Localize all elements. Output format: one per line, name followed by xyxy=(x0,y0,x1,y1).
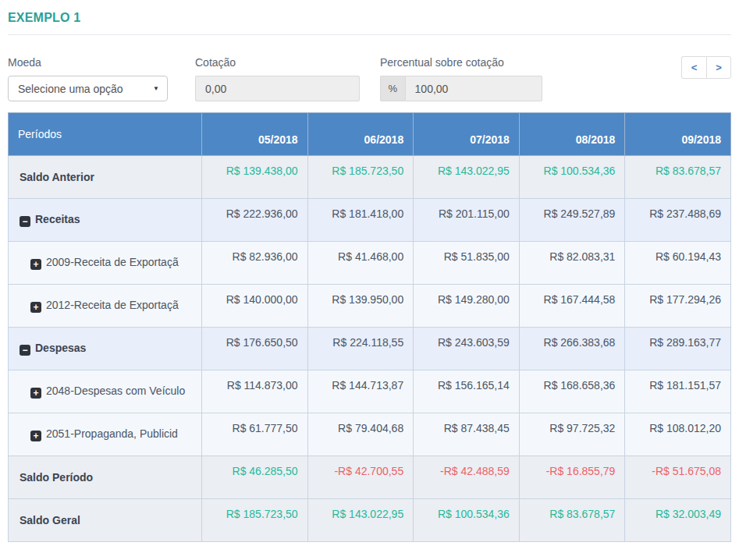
table-body: Saldo AnteriorR$ 139.438,00R$ 185.723,50… xyxy=(9,156,731,542)
value-cell: -R$ 42.700,55 xyxy=(307,456,414,499)
value-cell: R$ 224.118,55 xyxy=(307,328,414,370)
minus-square-icon[interactable]: − xyxy=(20,345,30,356)
value-cell: R$ 82.936,00 xyxy=(202,242,308,285)
row-label: 2048-Despesas com Veículo xyxy=(46,385,185,397)
value-cell: R$ 201.115,00 xyxy=(414,199,520,242)
period-column-header: 09/2018 xyxy=(625,113,731,156)
row-label: Despesas xyxy=(35,342,86,354)
value-cell: R$ 149.280,00 xyxy=(414,285,520,328)
period-column-header: 07/2018 xyxy=(414,113,520,156)
value-cell: R$ 82.083,31 xyxy=(519,242,625,285)
value-cell: R$ 222.936,00 xyxy=(202,199,308,242)
value-cell: R$ 237.488,69 xyxy=(625,199,731,242)
value-cell: R$ 176.650,50 xyxy=(202,328,308,370)
table-row-conta-2051: +2051-Propaganda, PublicidR$ 61.777,50R$… xyxy=(9,413,731,456)
chevron-down-icon: ▼ xyxy=(153,85,159,92)
value-cell: R$ 266.383,68 xyxy=(519,328,625,370)
row-label: 2012-Receita de Exportaçã xyxy=(46,299,179,311)
row-label: Saldo Geral xyxy=(20,514,80,526)
value-cell: R$ 32.003,49 xyxy=(625,499,731,542)
prev-period-button[interactable]: < xyxy=(681,56,706,79)
value-cell: R$ 156.165,14 xyxy=(414,370,520,413)
moeda-select[interactable]: Selecione uma opção ▼ xyxy=(8,76,168,101)
moeda-field-group: Moeda Selecione uma opção ▼ xyxy=(8,56,168,101)
table-row-receitas: −ReceitasR$ 222.936,00R$ 181.418,00R$ 20… xyxy=(9,199,731,242)
period-column-header: 08/2018 xyxy=(519,113,625,156)
period-pager: < > xyxy=(681,56,731,79)
value-cell: R$ 167.444,58 xyxy=(519,285,625,328)
table-row-saldo-periodo: Saldo PeríodoR$ 46.285,50-R$ 42.700,55-R… xyxy=(9,456,731,499)
row-label-cell: Saldo Anterior xyxy=(9,156,202,199)
row-label: Receitas xyxy=(35,213,80,225)
table-row-saldo-anterior: Saldo AnteriorR$ 139.438,00R$ 185.723,50… xyxy=(9,156,731,199)
next-period-button[interactable]: > xyxy=(706,56,731,79)
row-label-cell: +2051-Propaganda, Publicid xyxy=(9,413,202,456)
row-label-cell: Saldo Geral xyxy=(9,499,202,542)
cotacao-input[interactable] xyxy=(195,76,360,101)
cotacao-label: Cotação xyxy=(195,56,360,69)
value-cell: R$ 289.163,77 xyxy=(625,328,731,370)
moeda-label: Moeda xyxy=(8,56,168,69)
value-cell: R$ 61.777,50 xyxy=(202,413,308,456)
value-cell: R$ 41.468,00 xyxy=(307,242,414,285)
value-cell: R$ 46.285,50 xyxy=(202,456,308,499)
value-cell: R$ 139.438,00 xyxy=(202,156,308,199)
periods-header-label: Períodos xyxy=(9,113,202,156)
row-label-cell: Saldo Período xyxy=(9,456,202,499)
panel-header: EXEMPLO 1 xyxy=(8,0,731,35)
plus-square-icon[interactable]: + xyxy=(30,259,41,270)
row-label: Saldo Período xyxy=(20,471,93,484)
value-cell: R$ 243.603,59 xyxy=(414,328,520,370)
plus-square-icon[interactable]: + xyxy=(30,431,41,441)
table-row-conta-2012: +2012-Receita de ExportaçãR$ 140.000,00R… xyxy=(9,285,731,328)
value-cell: R$ 185.723,50 xyxy=(202,499,308,542)
table-row-despesas: −DespesasR$ 176.650,50R$ 224.118,55R$ 24… xyxy=(9,328,731,370)
period-column-header: 05/2018 xyxy=(202,113,308,156)
row-label-cell: +2048-Despesas com Veículo xyxy=(9,370,202,413)
value-cell: R$ 144.713,87 xyxy=(307,370,414,413)
value-cell: R$ 87.438,45 xyxy=(414,413,520,456)
filters-form: Moeda Selecione uma opção ▼ Cotação Perc… xyxy=(8,56,731,101)
percentual-input[interactable] xyxy=(405,76,542,101)
moeda-selected-option: Selecione uma opção xyxy=(18,83,123,95)
plus-square-icon[interactable]: + xyxy=(30,388,41,399)
table-row-saldo-geral: Saldo GeralR$ 185.723,50R$ 143.022,95R$ … xyxy=(9,499,731,542)
row-label: Saldo Anterior xyxy=(20,171,94,183)
value-cell: R$ 114.873,00 xyxy=(202,370,308,413)
value-cell: R$ 51.835,00 xyxy=(414,242,520,285)
plus-square-icon[interactable]: + xyxy=(30,302,41,313)
row-label-cell: −Despesas xyxy=(9,328,202,370)
table-head: Períodos 05/201806/201807/201808/201809/… xyxy=(9,113,731,156)
page-title: EXEMPLO 1 xyxy=(8,11,731,25)
percentual-field-group: Percentual sobre cotação % xyxy=(380,56,542,101)
value-cell: R$ 108.012,20 xyxy=(625,413,731,456)
period-column-header: 06/2018 xyxy=(307,113,414,156)
value-cell: R$ 100.534,36 xyxy=(414,499,520,542)
value-cell: -R$ 16.855,79 xyxy=(519,456,625,499)
value-cell: R$ 181.418,00 xyxy=(307,199,414,242)
percentual-label: Percentual sobre cotação xyxy=(380,56,542,69)
value-cell: R$ 168.658,36 xyxy=(519,370,625,413)
value-cell: R$ 97.725,32 xyxy=(519,413,625,456)
value-cell: R$ 83.678,57 xyxy=(625,156,731,199)
minus-square-icon[interactable]: − xyxy=(20,216,30,227)
row-label-cell: −Receitas xyxy=(9,199,202,242)
table-row-conta-2009: +2009-Receita de ExportaçãR$ 82.936,00R$… xyxy=(9,242,731,285)
value-cell: -R$ 51.675,08 xyxy=(625,456,731,499)
row-label: 2009-Receita de Exportaçã xyxy=(46,256,179,268)
value-cell: R$ 140.000,00 xyxy=(202,285,308,328)
page: EXEMPLO 1 Moeda Selecione uma opção ▼ Co… xyxy=(0,0,739,560)
value-cell: R$ 181.151,57 xyxy=(625,370,731,413)
value-cell: -R$ 42.488,59 xyxy=(414,456,520,499)
row-label-cell: +2012-Receita de Exportaçã xyxy=(9,285,202,328)
percent-addon: % xyxy=(380,76,405,101)
value-cell: R$ 60.194,43 xyxy=(625,242,731,285)
value-cell: R$ 185.723,50 xyxy=(307,156,414,199)
table-row-conta-2048: +2048-Despesas com VeículoR$ 114.873,00R… xyxy=(9,370,731,413)
value-cell: R$ 177.294,26 xyxy=(625,285,731,328)
value-cell: R$ 100.534,36 xyxy=(519,156,625,199)
value-cell: R$ 83.678,57 xyxy=(519,499,625,542)
cotacao-field-group: Cotação xyxy=(195,56,360,101)
row-label-cell: +2009-Receita de Exportaçã xyxy=(9,242,202,285)
row-label: 2051-Propaganda, Publicid xyxy=(46,427,178,440)
